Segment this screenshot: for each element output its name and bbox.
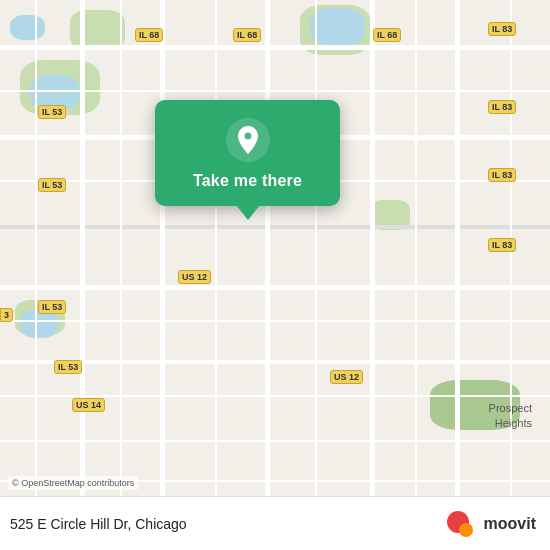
highway-badge: US 12 — [330, 370, 363, 384]
road — [120, 0, 122, 550]
highway-badge: IL 68 — [135, 28, 163, 42]
road — [35, 0, 37, 550]
water-area — [310, 8, 365, 46]
road — [370, 0, 375, 550]
highway-badge: IL 53 — [38, 300, 66, 314]
osm-attribution: © OpenStreetMap contributors — [8, 476, 138, 490]
road — [265, 0, 270, 550]
road — [415, 0, 417, 550]
address-label: 525 E Circle Hill Dr, Chicago — [10, 516, 187, 532]
moovit-orange-dot — [459, 523, 473, 537]
highway-badge: IL 68 — [233, 28, 261, 42]
highway-badge: IL 53 — [38, 105, 66, 119]
take-me-there-button[interactable]: Take me there — [193, 172, 302, 190]
water-area — [10, 15, 45, 40]
bottom-bar: 525 E Circle Hill Dr, Chicago moovit — [0, 496, 550, 550]
highway-badge: IL 83 — [488, 100, 516, 114]
road — [160, 0, 165, 550]
moovit-brand-name: moovit — [484, 515, 536, 533]
road — [215, 0, 217, 550]
highway-badge: IL 83 — [488, 22, 516, 36]
highway-badge: IL 53 — [38, 178, 66, 192]
highway-badge: IL 68 — [373, 28, 401, 42]
moovit-logo: moovit — [447, 511, 536, 537]
road — [510, 0, 512, 550]
highway-badge: US 12 — [178, 270, 211, 284]
highway-badge: 3 — [0, 308, 13, 322]
place-label: ProspectHeights — [489, 401, 532, 430]
road — [455, 0, 460, 550]
moovit-logo-icon — [447, 511, 479, 537]
map-container: IL 68 IL 68 IL 68 IL 83 IL 83 IL 83 IL 8… — [0, 0, 550, 550]
water-area — [20, 310, 58, 338]
road — [80, 0, 85, 550]
highway-badge: US 14 — [72, 398, 105, 412]
location-pin-icon — [226, 118, 270, 162]
highway-badge: IL 83 — [488, 238, 516, 252]
road — [315, 0, 317, 550]
highway-badge: IL 53 — [54, 360, 82, 374]
map-popup[interactable]: Take me there — [155, 100, 340, 206]
green-area — [70, 10, 125, 50]
highway-badge: IL 83 — [488, 168, 516, 182]
moovit-red-dot — [447, 511, 469, 533]
